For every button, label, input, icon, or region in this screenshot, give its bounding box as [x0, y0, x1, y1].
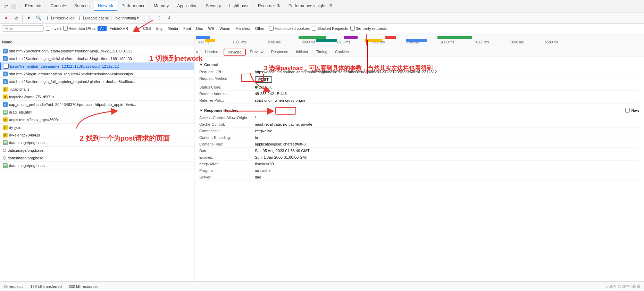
tab-console[interactable]: Console: [47, 1, 70, 11]
panel-tab-headers[interactable]: Headers: [201, 48, 223, 56]
filter-doc[interactable]: Doc: [194, 26, 206, 31]
panel-close-button[interactable]: ×: [196, 49, 199, 55]
request-row[interactable]: data:image/png;base...: [0, 154, 194, 162]
tab-sources[interactable]: Sources: [70, 1, 94, 11]
request-name: stat.html?&action=login_start&platform=d…: [9, 49, 191, 53]
blocked-requests-input[interactable]: [312, 26, 316, 31]
request-row[interactable]: js tcaptcha-frame.7f61d9f7.js: [0, 93, 194, 101]
panel-tab-timing[interactable]: Timing: [312, 48, 331, 56]
request-row[interactable]: d stat.html?&action=login_click&platform…: [0, 55, 194, 63]
tab-elements[interactable]: Elements: [21, 1, 47, 11]
filter-other[interactable]: Other: [253, 26, 267, 31]
filter-wasm[interactable]: Wasm: [217, 26, 233, 31]
throttle-label: No throttling: [116, 16, 136, 20]
request-name: data:image/png;base...: [9, 164, 191, 168]
request-name: dy-jy.js: [9, 125, 191, 130]
hide-data-urls-input[interactable]: [63, 26, 68, 31]
invert-checkbox[interactable]: Invert: [46, 26, 61, 31]
device-icon[interactable]: ⬜: [10, 3, 16, 9]
tab-application[interactable]: Application: [173, 1, 202, 11]
request-name: aegis.min.js?max_age=3600: [9, 118, 191, 122]
filter-font[interactable]: Font: [181, 26, 193, 31]
request-name: drag_ele.html: [9, 110, 191, 114]
request-icon-doc: d: [3, 102, 8, 107]
request-row[interactable]: d stat.html?&action=login_fail_captcha_r…: [0, 78, 194, 85]
field-expires: Expires: Sun, 1 Jan 2006 01:00:00 GMT: [199, 154, 639, 161]
invert-input[interactable]: [46, 26, 50, 31]
tab-recorder[interactable]: Recorder ⚗: [254, 1, 284, 11]
field-value-method: POST: [255, 76, 639, 83]
request-name: data:image/png;base...: [9, 141, 191, 145]
tab-performance[interactable]: Performance: [117, 1, 150, 11]
panel-tab-response[interactable]: Response: [268, 48, 292, 56]
request-row[interactable]: 🖼 data:image/png;base...: [0, 139, 194, 147]
field-label-access-control: Access-Control-Allow-Origin:: [199, 116, 255, 120]
has-blocked-cookies-input[interactable]: [269, 26, 274, 31]
has-blocked-cookies-checkbox[interactable]: Has blocked cookies: [269, 26, 310, 31]
raw-checkbox[interactable]: Raw: [625, 108, 639, 113]
upload-icon[interactable]: ⇧: [155, 14, 164, 22]
filter-js[interactable]: JS: [131, 26, 140, 31]
disable-cache-input[interactable]: [79, 16, 84, 20]
tab-lighthouse[interactable]: Lighthouse: [225, 1, 254, 11]
filter-ws[interactable]: WS: [206, 26, 217, 31]
download-icon[interactable]: ⇩: [165, 14, 173, 22]
field-value-content-encoding: br: [255, 135, 639, 140]
request-icon-img: 🖼: [3, 163, 8, 168]
filter-img[interactable]: Img: [154, 26, 165, 31]
tab-performance-insights[interactable]: Performance insights ⚗: [284, 1, 337, 11]
field-value-server: dae: [255, 175, 639, 179]
request-row[interactable]: js aegis.min.js?max_age=3600: [0, 116, 194, 124]
raw-checkbox-input[interactable]: [625, 108, 630, 113]
field-label-content-type: Content-Type:: [199, 142, 255, 146]
filter-button[interactable]: ▼: [25, 14, 33, 22]
field-access-control: Access-Control-Allow-Origin: *: [199, 115, 639, 121]
blocked-requests-checkbox[interactable]: Blocked Requests: [312, 26, 348, 31]
disable-cache-checkbox[interactable]: Disable cache: [79, 16, 109, 20]
tab-security[interactable]: Security: [202, 1, 225, 11]
filter-media[interactable]: Media: [165, 26, 181, 31]
request-icon-doc: d: [3, 72, 8, 76]
throttle-selector[interactable]: No throttling ▾: [114, 15, 141, 21]
hide-data-urls-checkbox[interactable]: Hide data URLs: [63, 26, 96, 31]
tab-memory[interactable]: Memory: [150, 1, 173, 11]
third-party-label: 3rd-party requests: [356, 26, 387, 31]
panel-content: ▼ General Request URL: https://accounts.…: [194, 57, 644, 281]
request-row[interactable]: js dy-ele.fac794d4.js: [0, 131, 194, 139]
field-label-referrer: Referrer Policy:: [199, 98, 255, 102]
has-blocked-cookies-label: Has blocked cookies: [275, 26, 310, 31]
field-label-remote: Remote Address:: [199, 92, 255, 96]
filter-manifest[interactable]: Manifest: [233, 26, 252, 31]
request-name: cap_union_prehandle?aid=2044348370&proto…: [9, 102, 191, 107]
request-row[interactable]: d cap_union_prehandle?aid=2044348370&pro…: [0, 101, 194, 108]
filter-input[interactable]: [2, 25, 44, 32]
panel-tab-cookies[interactable]: Cookies: [332, 48, 352, 56]
main-area: d stat.html?&action=login_start&platform…: [0, 47, 644, 281]
third-party-checkbox[interactable]: 3rd-party requests: [350, 26, 387, 31]
request-row[interactable]: d stat.html?&action=login_start&platform…: [0, 47, 194, 55]
filter-all[interactable]: All: [98, 26, 107, 31]
clear-button[interactable]: ⊘: [12, 14, 20, 22]
request-row[interactable]: data:image/png;base...: [0, 147, 194, 154]
field-value-cache-control: must-revalidate, no-cache, private: [255, 122, 639, 126]
panel-tab-preview[interactable]: Preview: [246, 48, 267, 56]
search-button[interactable]: 🔍: [34, 14, 43, 22]
request-row-selected[interactable]: basic?remember=true&name=123123123&passw…: [0, 63, 194, 70]
field-label-server: Server:: [199, 175, 255, 179]
request-row[interactable]: 🖼 drag_ele.html: [0, 108, 194, 116]
wifi-icon[interactable]: ⊹: [145, 14, 154, 22]
request-row[interactable]: js dy-jy.js: [0, 124, 194, 131]
preserve-log-input[interactable]: [47, 16, 52, 20]
panel-tab-payload[interactable]: Payload: [224, 49, 246, 56]
preserve-log-checkbox[interactable]: Preserve log: [47, 16, 75, 20]
panel-tab-initiator[interactable]: Initiator: [292, 48, 312, 56]
filter-css[interactable]: CSS: [141, 26, 153, 31]
tab-network[interactable]: Network: [94, 1, 117, 11]
record-button[interactable]: ●: [2, 14, 10, 22]
filter-fetch-xhr[interactable]: Fetch/XHR: [107, 26, 131, 31]
inspect-icon[interactable]: ⇄: [4, 3, 8, 9]
request-row[interactable]: 🖼 data:image/png;base...: [0, 162, 194, 169]
request-row[interactable]: d stat.html?&login_error=captcha_require…: [0, 70, 194, 78]
third-party-input[interactable]: [350, 26, 355, 31]
request-row[interactable]: js TCaptcha.js: [0, 85, 194, 93]
